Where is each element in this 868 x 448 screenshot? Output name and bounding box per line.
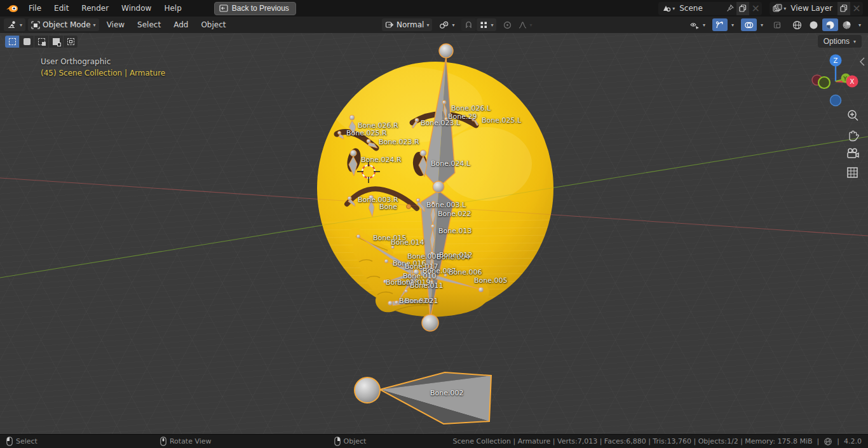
snap-toggle[interactable]	[461, 18, 476, 31]
gizmo-icon	[715, 21, 724, 29]
select-mode-subtract-button[interactable]	[34, 36, 48, 48]
menu-window[interactable]: Window	[116, 2, 157, 15]
region-collapse-arrow[interactable]	[860, 58, 864, 65]
menu-object[interactable]: Object	[196, 18, 231, 31]
menu-add[interactable]: Add	[168, 18, 193, 31]
viewport-scene: Y X Z	[0, 33, 868, 434]
menu-file[interactable]: File	[23, 2, 47, 15]
rendered-shading-icon	[842, 20, 851, 30]
pin-scene-icon[interactable]	[724, 2, 736, 15]
show-overlays-toggle[interactable]	[741, 18, 757, 31]
select-mode-invert-button[interactable]	[49, 36, 63, 48]
menu-help[interactable]: Help	[158, 2, 187, 15]
mode-selector[interactable]: Object Mode ▾	[28, 18, 99, 31]
gizmo-dropdown[interactable]: ▾	[728, 18, 737, 31]
overlays-icon	[744, 21, 754, 29]
nav-gizmo[interactable]: Y X Z	[812, 55, 858, 106]
keymap-hint-rotate-view: Rotate View	[160, 437, 212, 446]
object-mode-icon	[31, 21, 40, 29]
back-arrow-icon	[219, 4, 228, 12]
scene-name: Scene	[677, 4, 724, 13]
gizmo-x-label: X	[850, 78, 855, 85]
menu-view[interactable]: View	[102, 18, 130, 31]
menu-render[interactable]: Render	[76, 2, 114, 15]
editor-3d-viewport-icon	[7, 20, 17, 29]
shading-mode-group: ▾	[789, 18, 864, 31]
blender-version: 4.2.0	[844, 437, 862, 445]
gizmo-axis-neg-y-ball[interactable]	[818, 77, 830, 88]
bone-joint-ball[interactable]	[439, 44, 453, 58]
back-button-label: Back to Previous	[232, 4, 289, 13]
hint-label: Rotate View	[170, 437, 212, 445]
show-gizmo-toggle[interactable]	[712, 18, 728, 31]
material-preview-icon	[825, 20, 835, 30]
select-set-icon	[9, 38, 16, 45]
orientation-normal-icon	[385, 21, 394, 29]
mode-label: Object Mode	[43, 20, 91, 29]
collection-label: (45) Scene Collection | Armature	[41, 67, 165, 79]
editor-type-button[interactable]: ▾	[4, 18, 25, 31]
select-mode-intersect-button[interactable]	[64, 36, 78, 48]
viewport-canvas[interactable]: Y X Z	[0, 33, 868, 434]
overlays-dropdown[interactable]: ▾	[757, 18, 766, 31]
topbar: File Edit Render Window Help Back to Pre…	[0, 0, 868, 17]
separator: |	[837, 437, 839, 445]
blender-window: File Edit Render Window Help Back to Pre…	[0, 0, 868, 448]
snap-target-dropdown[interactable]: ▾	[477, 18, 496, 31]
view-layer-name: View Layer	[788, 4, 837, 13]
back-to-previous-button[interactable]: Back to Previous	[214, 2, 296, 15]
menu-edit[interactable]: Edit	[48, 2, 74, 15]
zoom-tool-icon[interactable]	[848, 111, 858, 121]
proportional-editing-toggle[interactable]	[500, 18, 515, 31]
magnet-icon	[465, 21, 473, 29]
proportional-falloff-dropdown[interactable]: ▾	[515, 18, 535, 31]
shading-wireframe-button[interactable]	[789, 18, 805, 31]
shading-dropdown[interactable]: ▾	[855, 18, 864, 31]
shading-solid-button[interactable]	[806, 18, 822, 31]
xray-toggle[interactable]	[770, 18, 785, 31]
options-button[interactable]: Options ▾	[818, 35, 862, 48]
camera-view-icon[interactable]	[848, 149, 858, 158]
xray-icon	[773, 21, 782, 29]
new-scene-icon[interactable]	[736, 2, 749, 15]
keymap-hint-select: Select	[6, 437, 37, 446]
mouse-left-icon	[6, 437, 13, 446]
scene-selector[interactable]: ▾ Scene ✕	[658, 2, 762, 15]
shading-material-preview-button[interactable]	[822, 18, 838, 31]
viewport-header: ▾ Object Mode ▾ View Select Add Object N…	[0, 17, 868, 33]
select-mode-set-button[interactable]	[5, 36, 19, 48]
scene-stats: Scene Collection | Armature | Verts:7,01…	[452, 437, 812, 445]
select-subtract-icon	[38, 38, 45, 45]
select-invert-icon	[53, 38, 60, 45]
pivot-point-dropdown[interactable]: ▾	[436, 18, 458, 31]
bone-joint-ball[interactable]	[422, 315, 438, 331]
falloff-curve-icon	[519, 22, 527, 29]
object-visibility-dropdown[interactable]: ▾	[686, 18, 709, 31]
unlink-scene-icon[interactable]: ✕	[749, 2, 762, 15]
view-layer-selector[interactable]: ▾ View Layer ✕	[770, 2, 863, 15]
blender-logo-icon[interactable]	[5, 3, 19, 14]
view-label: User Orthographic	[41, 56, 165, 67]
pivot-icon	[439, 21, 449, 29]
gizmo-z-label: Z	[834, 57, 838, 64]
remove-view-layer-icon[interactable]: ✕	[850, 2, 863, 15]
viewport-overlay-text: User Orthographic (45) Scene Collection …	[41, 56, 165, 79]
select-intersect-icon	[67, 38, 74, 45]
hint-label: Select	[16, 437, 37, 445]
wireframe-icon	[792, 20, 802, 30]
statusbar: Select Rotate View Object Scene Collecti…	[0, 434, 868, 448]
new-view-layer-icon[interactable]	[837, 2, 850, 15]
select-extend-icon	[24, 38, 31, 45]
menu-select[interactable]: Select	[132, 18, 166, 31]
select-mode-extend-button[interactable]	[20, 36, 34, 48]
shading-rendered-button[interactable]	[839, 18, 855, 31]
orientation-label: Normal	[397, 20, 424, 29]
gizmo-axis-neg-z-ball[interactable]	[831, 95, 841, 106]
bone-002-object[interactable]	[355, 372, 491, 424]
view-layer-icon: ▾	[770, 4, 788, 13]
options-label: Options	[824, 37, 850, 46]
snap-grid-icon	[480, 21, 488, 29]
grid-orthographic-icon[interactable]	[848, 168, 857, 177]
transform-orientation-dropdown[interactable]: Normal ▾	[382, 18, 432, 31]
solid-shading-icon	[809, 20, 818, 30]
